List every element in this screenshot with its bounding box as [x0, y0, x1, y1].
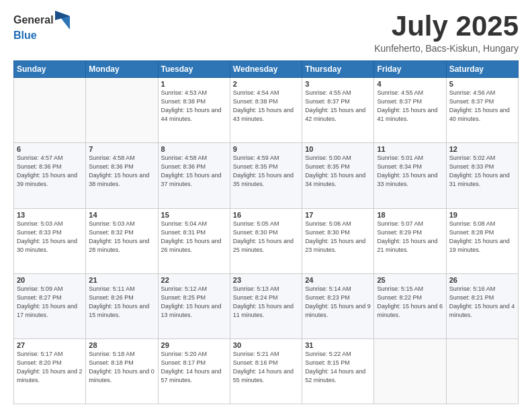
day-number: 31: [305, 341, 371, 349]
calendar-cell: 2Sunrise: 4:54 AM Sunset: 8:38 PM Daylig…: [230, 78, 302, 143]
calendar-cell: 13Sunrise: 5:03 AM Sunset: 8:33 PM Dayli…: [14, 208, 86, 273]
calendar-cell: 30Sunrise: 5:21 AM Sunset: 8:16 PM Dayli…: [230, 338, 302, 404]
col-thursday: Thursday: [302, 61, 374, 78]
day-info: Sunrise: 5:15 AM Sunset: 8:22 PM Dayligh…: [377, 285, 443, 320]
day-number: 8: [161, 145, 227, 153]
calendar-cell: 12Sunrise: 5:02 AM Sunset: 8:33 PM Dayli…: [446, 143, 518, 208]
day-number: 15: [161, 211, 227, 219]
day-info: Sunrise: 5:03 AM Sunset: 8:32 PM Dayligh…: [89, 220, 154, 255]
calendar-cell: 3Sunrise: 4:55 AM Sunset: 8:37 PM Daylig…: [302, 78, 374, 143]
day-info: Sunrise: 5:22 AM Sunset: 8:15 PM Dayligh…: [305, 350, 371, 385]
day-info: Sunrise: 4:55 AM Sunset: 8:37 PM Dayligh…: [305, 89, 371, 124]
day-info: Sunrise: 5:14 AM Sunset: 8:23 PM Dayligh…: [305, 285, 371, 320]
day-number: 20: [17, 276, 83, 284]
calendar-week-1: 6Sunrise: 4:57 AM Sunset: 8:36 PM Daylig…: [14, 143, 519, 208]
day-info: Sunrise: 5:01 AM Sunset: 8:34 PM Dayligh…: [377, 154, 443, 189]
logo-blue: Blue: [13, 30, 37, 42]
day-info: Sunrise: 4:53 AM Sunset: 8:38 PM Dayligh…: [161, 89, 227, 124]
day-number: 21: [89, 276, 154, 284]
calendar-week-0: 1Sunrise: 4:53 AM Sunset: 8:38 PM Daylig…: [14, 78, 519, 143]
title-location: Kunfeherto, Bacs-Kiskun, Hungary: [374, 43, 519, 54]
calendar-cell: 8Sunrise: 4:58 AM Sunset: 8:36 PM Daylig…: [158, 143, 230, 208]
day-number: 6: [17, 145, 83, 153]
calendar-cell: [86, 78, 158, 143]
day-info: Sunrise: 5:17 AM Sunset: 8:20 PM Dayligh…: [17, 350, 83, 385]
day-info: Sunrise: 4:57 AM Sunset: 8:36 PM Dayligh…: [17, 154, 83, 189]
col-sunday: Sunday: [14, 61, 86, 78]
day-info: Sunrise: 5:21 AM Sunset: 8:16 PM Dayligh…: [233, 350, 299, 385]
col-saturday: Saturday: [446, 61, 518, 78]
title-block: July 2025 Kunfeherto, Bacs-Kiskun, Hunga…: [374, 11, 519, 54]
calendar-cell: 19Sunrise: 5:08 AM Sunset: 8:28 PM Dayli…: [446, 208, 518, 273]
calendar-cell: 23Sunrise: 5:13 AM Sunset: 8:24 PM Dayli…: [230, 273, 302, 338]
day-info: Sunrise: 5:02 AM Sunset: 8:33 PM Dayligh…: [449, 154, 515, 189]
day-number: 29: [161, 341, 227, 349]
calendar-week-3: 20Sunrise: 5:09 AM Sunset: 8:27 PM Dayli…: [14, 273, 519, 338]
calendar-cell: [14, 78, 86, 143]
day-number: 26: [449, 276, 515, 284]
title-month: July 2025: [374, 11, 519, 42]
day-info: Sunrise: 5:13 AM Sunset: 8:24 PM Dayligh…: [233, 285, 299, 320]
calendar-cell: 24Sunrise: 5:14 AM Sunset: 8:23 PM Dayli…: [302, 273, 374, 338]
day-info: Sunrise: 5:20 AM Sunset: 8:17 PM Dayligh…: [161, 350, 227, 385]
day-info: Sunrise: 5:11 AM Sunset: 8:26 PM Dayligh…: [89, 285, 154, 320]
logo: General Blue: [13, 11, 70, 42]
day-info: Sunrise: 5:16 AM Sunset: 8:21 PM Dayligh…: [449, 285, 515, 320]
day-number: 27: [17, 341, 83, 349]
day-info: Sunrise: 5:05 AM Sunset: 8:30 PM Dayligh…: [233, 220, 299, 255]
day-info: Sunrise: 5:04 AM Sunset: 8:31 PM Dayligh…: [161, 220, 227, 255]
calendar-cell: 21Sunrise: 5:11 AM Sunset: 8:26 PM Dayli…: [86, 273, 158, 338]
calendar-cell: 16Sunrise: 5:05 AM Sunset: 8:30 PM Dayli…: [230, 208, 302, 273]
day-number: 2: [233, 80, 299, 88]
day-info: Sunrise: 4:58 AM Sunset: 8:36 PM Dayligh…: [89, 154, 154, 189]
col-monday: Monday: [86, 61, 158, 78]
day-info: Sunrise: 5:18 AM Sunset: 8:18 PM Dayligh…: [89, 350, 154, 385]
calendar-cell: 29Sunrise: 5:20 AM Sunset: 8:17 PM Dayli…: [158, 338, 230, 404]
calendar-cell: 22Sunrise: 5:12 AM Sunset: 8:25 PM Dayli…: [158, 273, 230, 338]
day-number: 1: [161, 80, 227, 88]
day-info: Sunrise: 5:08 AM Sunset: 8:28 PM Dayligh…: [449, 220, 515, 255]
calendar-cell: 18Sunrise: 5:07 AM Sunset: 8:29 PM Dayli…: [374, 208, 446, 273]
day-info: Sunrise: 5:03 AM Sunset: 8:33 PM Dayligh…: [17, 220, 83, 255]
page: General Blue July 2025 Kunfeherto, Bacs-…: [0, 0, 532, 411]
calendar-cell: [446, 338, 518, 404]
calendar-cell: 17Sunrise: 5:06 AM Sunset: 8:30 PM Dayli…: [302, 208, 374, 273]
day-info: Sunrise: 4:56 AM Sunset: 8:37 PM Dayligh…: [449, 89, 515, 124]
header: General Blue July 2025 Kunfeherto, Bacs-…: [13, 11, 519, 54]
col-tuesday: Tuesday: [158, 61, 230, 78]
day-info: Sunrise: 5:00 AM Sunset: 8:35 PM Dayligh…: [305, 154, 371, 189]
day-number: 5: [449, 80, 515, 88]
calendar-cell: 7Sunrise: 4:58 AM Sunset: 8:36 PM Daylig…: [86, 143, 158, 208]
day-info: Sunrise: 4:54 AM Sunset: 8:38 PM Dayligh…: [233, 89, 299, 124]
day-number: 18: [377, 211, 443, 219]
day-number: 11: [377, 145, 443, 153]
day-number: 13: [17, 211, 83, 219]
calendar-cell: 5Sunrise: 4:56 AM Sunset: 8:37 PM Daylig…: [446, 78, 518, 143]
calendar-header-row: Sunday Monday Tuesday Wednesday Thursday…: [14, 61, 519, 78]
day-number: 3: [305, 80, 371, 88]
day-number: 22: [161, 276, 227, 284]
calendar-cell: 31Sunrise: 5:22 AM Sunset: 8:15 PM Dayli…: [302, 338, 374, 404]
day-number: 28: [89, 341, 154, 349]
calendar-cell: 27Sunrise: 5:17 AM Sunset: 8:20 PM Dayli…: [14, 338, 86, 404]
day-number: 10: [305, 145, 371, 153]
col-friday: Friday: [374, 61, 446, 78]
day-number: 4: [377, 80, 443, 88]
day-number: 12: [449, 145, 515, 153]
day-info: Sunrise: 5:07 AM Sunset: 8:29 PM Dayligh…: [377, 220, 443, 255]
day-info: Sunrise: 5:09 AM Sunset: 8:27 PM Dayligh…: [17, 285, 83, 320]
calendar-cell: 14Sunrise: 5:03 AM Sunset: 8:32 PM Dayli…: [86, 208, 158, 273]
day-info: Sunrise: 5:12 AM Sunset: 8:25 PM Dayligh…: [161, 285, 227, 320]
day-info: Sunrise: 4:55 AM Sunset: 8:37 PM Dayligh…: [377, 89, 443, 124]
day-number: 16: [233, 211, 299, 219]
day-number: 23: [233, 276, 299, 284]
day-number: 14: [89, 211, 154, 219]
day-info: Sunrise: 4:59 AM Sunset: 8:35 PM Dayligh…: [233, 154, 299, 189]
calendar-cell: [374, 338, 446, 404]
day-number: 19: [449, 211, 515, 219]
logo-icon: [55, 11, 70, 30]
calendar-cell: 28Sunrise: 5:18 AM Sunset: 8:18 PM Dayli…: [86, 338, 158, 404]
day-number: 30: [233, 341, 299, 349]
calendar-week-2: 13Sunrise: 5:03 AM Sunset: 8:33 PM Dayli…: [14, 208, 519, 273]
day-info: Sunrise: 4:58 AM Sunset: 8:36 PM Dayligh…: [161, 154, 227, 189]
